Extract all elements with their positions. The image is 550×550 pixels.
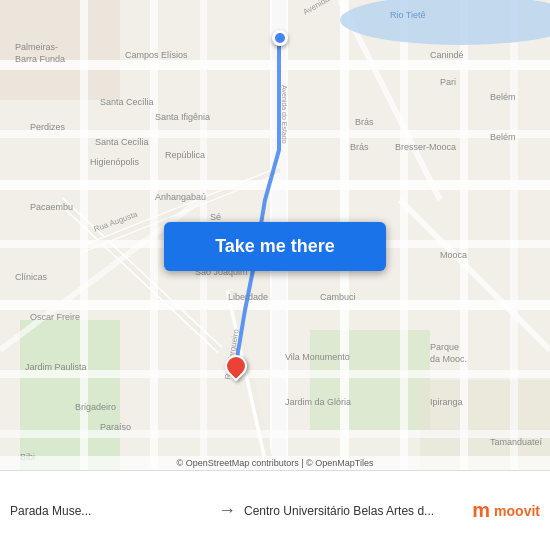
svg-text:Anhangabaú: Anhangabaú <box>155 192 206 202</box>
bottom-bar: Parada Muse... → Centro Universitário Be… <box>0 470 550 550</box>
take-me-there-button[interactable]: Take me there <box>164 222 386 271</box>
svg-text:Pacaembu: Pacaembu <box>30 202 73 212</box>
svg-text:Santa Cecília: Santa Cecília <box>100 97 154 107</box>
svg-text:Jardim da Glória: Jardim da Glória <box>285 397 351 407</box>
svg-text:Clínicas: Clínicas <box>15 272 48 282</box>
route-info: Parada Muse... → Centro Universitário Be… <box>10 499 540 522</box>
destination-pin <box>225 355 247 383</box>
svg-text:Brigadeiro: Brigadeiro <box>75 402 116 412</box>
route-to-label: Centro Universitário Belas Artes d... <box>244 504 444 518</box>
origin-pin <box>272 30 288 46</box>
svg-text:Pari: Pari <box>440 77 456 87</box>
svg-text:Paraíso: Paraíso <box>100 422 131 432</box>
svg-text:Ipiranga: Ipiranga <box>430 397 463 407</box>
svg-text:Brás: Brás <box>355 117 374 127</box>
svg-text:Brás: Brás <box>350 142 369 152</box>
svg-rect-20 <box>80 0 88 470</box>
svg-text:da Mooc.: da Mooc. <box>430 354 467 364</box>
svg-text:Campos Elísios: Campos Elísios <box>125 50 188 60</box>
route-arrow-icon: → <box>218 500 236 521</box>
svg-text:Belém: Belém <box>490 132 516 142</box>
svg-text:Vila Monumento: Vila Monumento <box>285 352 350 362</box>
svg-text:República: República <box>165 150 205 160</box>
svg-rect-26 <box>510 0 518 470</box>
moovit-m-icon: m <box>472 499 490 522</box>
map-credits: © OpenStreetMap contributors | © OpenMap… <box>0 456 550 470</box>
svg-text:Rio Tietê: Rio Tietê <box>390 10 426 20</box>
route-from-label: Parada Muse... <box>10 504 210 518</box>
svg-text:Higienópolis: Higienópolis <box>90 157 140 167</box>
svg-text:Barra Funda: Barra Funda <box>15 54 65 64</box>
svg-text:Oscar Freire: Oscar Freire <box>30 312 80 322</box>
svg-text:Cambuci: Cambuci <box>320 292 356 302</box>
map-container: Rio Tietê Palmeiras- Barra Funda Campos … <box>0 0 550 470</box>
svg-text:Canindé: Canindé <box>430 50 464 60</box>
svg-text:Bresser-Mooca: Bresser-Mooca <box>395 142 456 152</box>
svg-text:Parque: Parque <box>430 342 459 352</box>
svg-rect-24 <box>400 0 408 470</box>
svg-text:Jardim Paulista: Jardim Paulista <box>25 362 87 372</box>
moovit-logo: m moovit <box>472 499 540 522</box>
svg-text:Palmeiras-: Palmeiras- <box>15 42 58 52</box>
svg-text:Belém: Belém <box>490 92 516 102</box>
svg-text:Mooca: Mooca <box>440 250 467 260</box>
svg-text:Tamanduateí: Tamanduateí <box>490 437 543 447</box>
svg-text:Santa Cecília: Santa Cecília <box>95 137 149 147</box>
svg-rect-3 <box>310 330 430 430</box>
svg-text:Perdizes: Perdizes <box>30 122 66 132</box>
svg-text:Avenida do Estado: Avenida do Estado <box>281 85 288 144</box>
svg-text:Sé: Sé <box>210 212 221 222</box>
svg-text:Santa Ifigênia: Santa Ifigênia <box>155 112 210 122</box>
moovit-brand-text: moovit <box>494 503 540 519</box>
svg-rect-2 <box>20 320 120 470</box>
